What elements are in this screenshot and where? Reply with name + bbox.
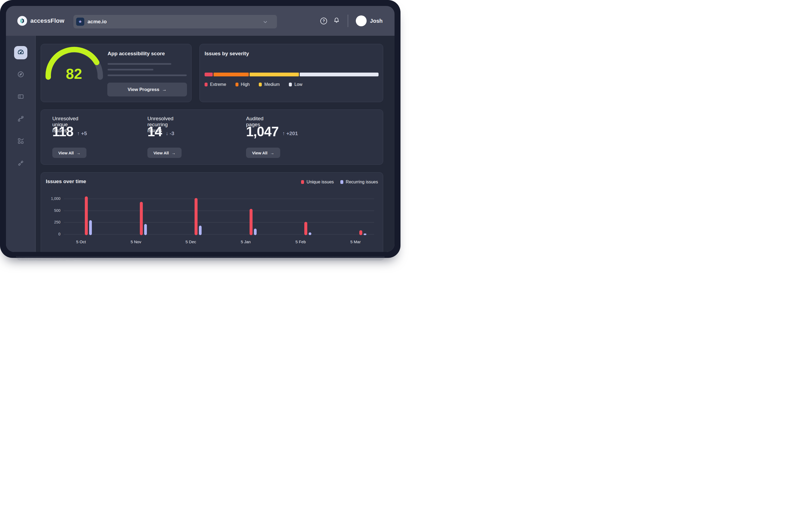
bar-unique-5-mar [359, 230, 362, 235]
severity-segment-low [300, 73, 378, 76]
x-axis-label: 5 Dec [179, 240, 203, 244]
view-all-unique-button[interactable]: View All → [52, 148, 87, 158]
sidebar [6, 36, 36, 252]
sidebar-item-integrations[interactable] [14, 157, 27, 170]
x-axis-label: 5 Oct [69, 240, 93, 244]
header-divider [348, 15, 348, 27]
compass-icon [17, 71, 24, 79]
user-menu[interactable]: Josh [356, 16, 383, 26]
bar-unique-5-oct [85, 196, 88, 235]
avatar [356, 16, 367, 26]
y-axis-label: 250 [44, 220, 60, 224]
sidebar-item-user-flows[interactable] [14, 113, 27, 126]
stat-delta-value: +5 [81, 131, 87, 136]
bar-unique-5-jan [249, 209, 253, 235]
accessibility-score-card: 82 App accessibility score View Progress… [41, 44, 191, 102]
route-icon [17, 115, 24, 124]
stat-value: 1,047 [246, 124, 279, 139]
score-card-title: App accessibility score [108, 51, 165, 57]
header-actions: ? Josh [320, 6, 383, 36]
stat-delta: ↓ -3 [166, 131, 174, 136]
arrow-right-icon: → [171, 151, 175, 155]
legend-item: High [236, 82, 250, 87]
legend-swatch-icon [340, 180, 343, 184]
arrow-up-icon: ↑ [77, 131, 80, 136]
arrow-right-icon: → [162, 87, 167, 92]
x-axis-label: 5 Nov [124, 240, 148, 244]
view-all-label: View All [252, 151, 267, 155]
legend-item: Extreme [205, 82, 226, 87]
chart-title: Issues over time [46, 178, 86, 185]
notifications-button[interactable] [333, 17, 340, 25]
x-axis-label: 5 Mar [343, 240, 368, 244]
view-all-audited-button[interactable]: View All → [246, 148, 280, 158]
sidebar-item-audits[interactable] [14, 135, 27, 148]
app-window: accessFlow ★ acme.io ? Jos [0, 0, 400, 258]
help-button[interactable]: ? [320, 18, 327, 24]
gridline [64, 234, 374, 234]
issues-over-time-plot: 02505001,0005 Oct5 Nov5 Dec5 Jan5 Feb5 M… [64, 199, 374, 234]
stat-delta-value: +201 [286, 131, 298, 136]
view-progress-button[interactable]: View Progress → [107, 83, 187, 96]
legend-item: Recurring issues [340, 179, 378, 185]
stat-delta-value: -3 [170, 131, 174, 136]
gridline [64, 222, 374, 223]
bell-icon [333, 17, 340, 25]
arrow-up-icon: ↑ [282, 131, 285, 136]
legend-label: Unique issues [306, 179, 334, 185]
severity-segment-medium [249, 73, 299, 76]
window-shadow [16, 256, 385, 261]
arrow-right-icon: → [270, 151, 274, 155]
bar-unique-5-dec [194, 198, 198, 235]
top-bar: accessFlow ★ acme.io ? Jos [6, 6, 394, 36]
user-name: Josh [370, 18, 383, 24]
grid-check-icon [17, 137, 24, 146]
severity-segment-extreme [205, 73, 213, 76]
legend-swatch-icon [236, 83, 239, 87]
sidebar-item-dashboard[interactable] [14, 46, 27, 59]
main-content: 82 App accessibility score View Progress… [36, 36, 394, 252]
chevron-down-icon [263, 19, 268, 25]
legend-label: Low [294, 82, 302, 87]
bar-recurring-5-dec [199, 226, 202, 235]
project-selector-value: acme.io [88, 19, 107, 25]
bar-recurring-5-mar [364, 233, 366, 235]
view-all-label: View All [58, 151, 74, 155]
gridline [64, 210, 374, 211]
plug-icon [17, 159, 24, 168]
skeleton-line [108, 69, 153, 71]
sidebar-item-explore[interactable] [14, 68, 27, 81]
legend-label: High [241, 82, 250, 87]
gridline [64, 198, 374, 199]
severity-segment-high [213, 73, 249, 76]
stat-value: 118 [52, 124, 73, 139]
app-content: accessFlow ★ acme.io ? Jos [6, 6, 394, 252]
skeleton-line [108, 75, 187, 76]
view-all-recurring-button[interactable]: View All → [147, 148, 182, 158]
score-value: 82 [59, 65, 89, 82]
y-axis-label: 500 [44, 208, 60, 213]
bar-recurring-5-feb [309, 232, 311, 235]
project-star-icon: ★ [76, 18, 84, 26]
bar-unique-5-nov [140, 202, 143, 235]
bar-recurring-5-oct [89, 220, 92, 235]
bar-unique-5-feb [304, 222, 307, 235]
speedometer-icon [17, 49, 24, 57]
x-axis-label: 5 Feb [288, 240, 313, 244]
legend-item: Medium [259, 82, 280, 87]
project-selector[interactable]: ★ acme.io [73, 15, 277, 28]
bar-recurring-5-nov [144, 224, 147, 235]
issues-by-severity-card: Issues by severity ExtremeHighMediumLow [200, 44, 383, 102]
legend-swatch-icon [205, 83, 208, 87]
legend-label: Recurring issues [346, 179, 378, 185]
legend-label: Extreme [210, 82, 226, 87]
legend-item: Unique issues [301, 179, 334, 185]
severity-legend: ExtremeHighMediumLow [205, 82, 302, 87]
stat-delta: ↑ +5 [77, 131, 87, 136]
stats-card: Unresolved unique issues 118 ↑ +5 View A… [41, 110, 383, 165]
skeleton-line [108, 63, 171, 65]
layout-panel-icon [17, 93, 24, 101]
issues-over-time-card: Issues over time Unique issuesRecurring … [41, 172, 383, 252]
brand: accessFlow [17, 16, 64, 26]
sidebar-item-pages[interactable] [14, 91, 27, 104]
